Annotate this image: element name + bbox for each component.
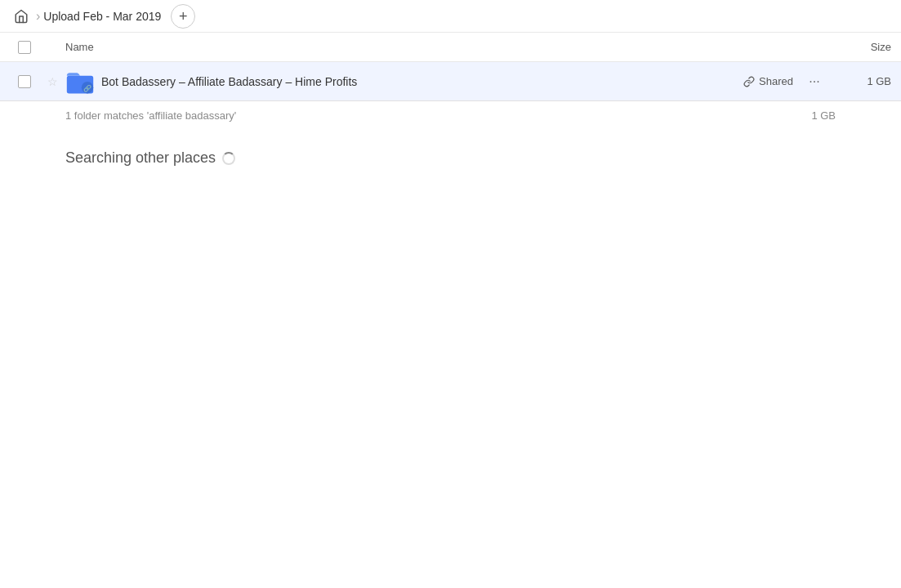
more-options-button[interactable]: ···	[803, 70, 826, 93]
size-column-header: Size	[826, 41, 891, 53]
more-icon: ···	[809, 74, 819, 89]
match-info-size: 1 GB	[811, 109, 836, 122]
shared-label: Shared	[759, 75, 793, 87]
loading-spinner	[222, 152, 235, 165]
star-button[interactable]: ☆	[39, 75, 65, 88]
folder-icon-container: 🔗	[65, 67, 95, 96]
searching-label: Searching other places	[65, 149, 216, 167]
select-all-checkbox-container[interactable]	[10, 41, 39, 54]
add-button[interactable]: +	[171, 4, 195, 29]
svg-text:🔗: 🔗	[83, 83, 92, 92]
file-name: Bot Badassery – Affiliate Badassary – Hi…	[101, 75, 743, 88]
select-all-checkbox[interactable]	[18, 41, 31, 54]
file-size: 1 GB	[826, 75, 891, 87]
searching-section: Searching other places	[0, 130, 901, 186]
star-icon: ☆	[47, 75, 58, 88]
home-button[interactable]	[10, 5, 33, 28]
row-actions: Shared ···	[743, 70, 826, 93]
breadcrumb-bar: › Upload Feb - Mar 2019 +	[0, 0, 901, 33]
match-info: 1 folder matches 'affiliate badassary' 1…	[0, 101, 901, 130]
link-icon	[743, 76, 755, 87]
match-info-text: 1 folder matches 'affiliate badassary'	[65, 109, 236, 122]
breadcrumb-title: Upload Feb - Mar 2019	[43, 10, 161, 23]
file-name-text: Bot Badassery – Affiliate Badassary – Hi…	[101, 75, 357, 88]
row-checkbox[interactable]	[18, 75, 31, 88]
row-checkbox-container[interactable]	[10, 75, 39, 88]
shared-badge: Shared	[743, 75, 793, 87]
folder-icon: 🔗	[65, 67, 95, 96]
file-row[interactable]: ☆ 🔗 Bot Badassery – Affiliate Badassary …	[0, 62, 901, 101]
breadcrumb-separator: ›	[36, 9, 40, 24]
column-header: Name Size	[0, 33, 901, 62]
name-column-header: Name	[65, 41, 826, 53]
